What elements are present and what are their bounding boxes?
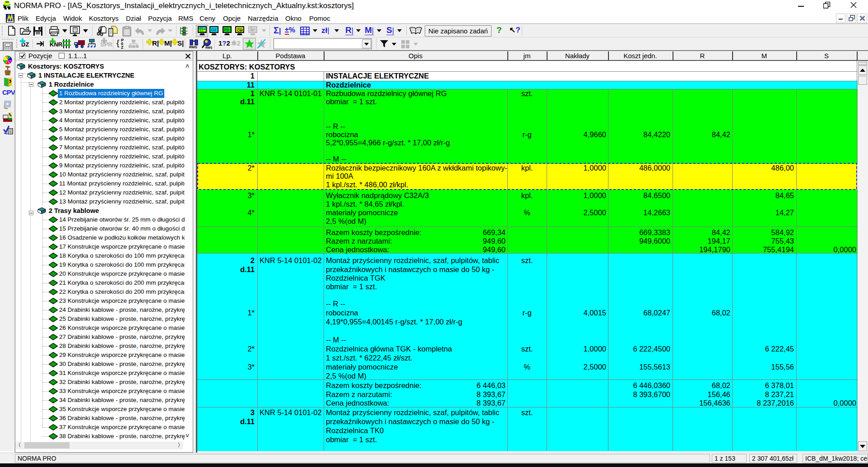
svg-text:RMS: RMS bbox=[205, 46, 212, 49]
svg-text:CM: CM bbox=[237, 28, 243, 32]
svg-text:P0: P0 bbox=[224, 28, 229, 32]
svg-text:DZ: DZ bbox=[211, 28, 217, 32]
svg-text:RMS: RMS bbox=[189, 45, 197, 49]
